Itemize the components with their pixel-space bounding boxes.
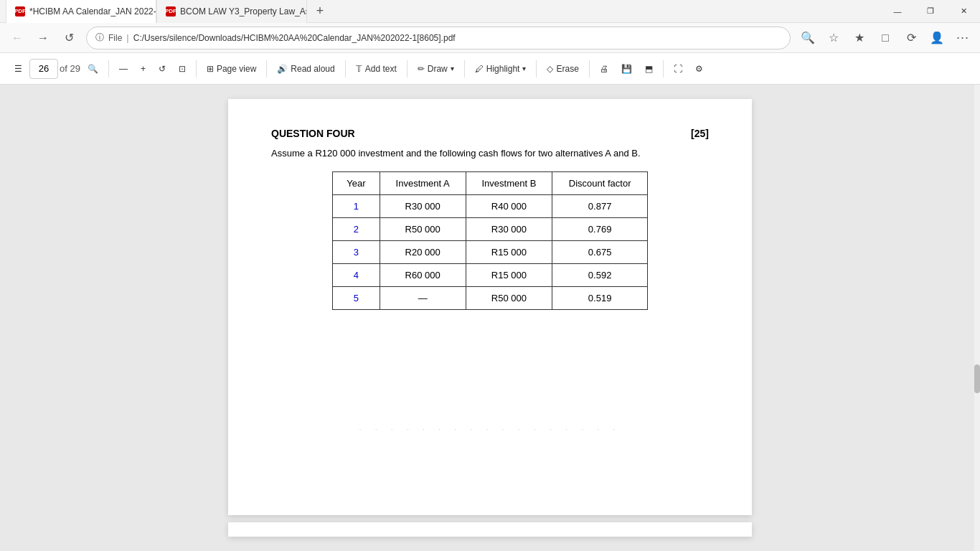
share-button[interactable]: ⬒ <box>639 57 659 80</box>
draw-button[interactable]: ✏ Draw ▾ <box>412 57 460 80</box>
highlight-label: Highlight <box>486 64 520 74</box>
profile-btn[interactable]: 👤 <box>925 27 948 50</box>
tab2-label: BCOM LAW Y3_Property Law_As <box>180 6 307 17</box>
draw-chevron-icon: ▾ <box>451 65 454 72</box>
minus-icon: — <box>119 64 128 74</box>
separator-3 <box>266 60 267 77</box>
save-button[interactable]: 💾 <box>616 57 638 80</box>
tab1-favicon: PDF <box>15 6 25 17</box>
url-separator: | <box>126 32 128 43</box>
separator-7 <box>536 60 537 77</box>
row5-inv-b: R50 000 <box>466 287 552 310</box>
row3-inv-a: R20 000 <box>380 241 466 264</box>
fit-button[interactable]: ⊡ <box>173 57 192 80</box>
col-inv-b: Investment B <box>466 172 552 195</box>
highlight-chevron-icon: ▾ <box>522 65 526 72</box>
tab-1[interactable]: PDF *HCIBM AA Calendar_JAN 2022- ✕ <box>6 0 156 23</box>
row4-inv-b: R15 000 <box>466 264 552 287</box>
plus-icon: + <box>141 64 146 74</box>
erase-icon: ◇ <box>547 64 553 74</box>
address-bar-actions: 🔍 ☆ ★ □ ⟳ 👤 ··· <box>796 27 974 50</box>
tab-bar: PDF *HCIBM AA Calendar_JAN 2022- ✕ PDF B… <box>0 0 881 23</box>
hamburger-icon: ☰ <box>14 64 22 74</box>
separator-1 <box>108 60 109 77</box>
history-btn[interactable]: ⟳ <box>900 27 923 50</box>
settings-icon: ⚙ <box>695 64 703 74</box>
row4-discount: 0.592 <box>552 264 648 287</box>
tab-2[interactable]: PDF BCOM LAW Y3_Property Law_As ✕ <box>156 0 307 23</box>
page-view-button[interactable]: ⊞ Page view <box>201 57 262 80</box>
collections-btn[interactable]: □ <box>874 27 897 50</box>
search-in-pdf-button[interactable]: 🔍 <box>82 57 104 80</box>
search-icon-btn[interactable]: 🔍 <box>796 27 819 50</box>
tab1-label: *HCIBM AA Calendar_JAN 2022- <box>29 6 156 17</box>
pdf-toolbar: ☰ of 29 🔍 — + ↺ ⊡ ⊞ Page view 🔊 Read alo… <box>0 53 980 85</box>
zoom-in-button[interactable]: + <box>135 57 151 80</box>
separator-2 <box>196 60 197 77</box>
address-bar: ← → ↺ ⓘ File | C:/Users/silence/Download… <box>0 23 980 53</box>
print-button[interactable]: 🖨 <box>594 57 614 80</box>
new-tab-button[interactable]: + <box>310 1 330 22</box>
highlight-button[interactable]: 🖊 Highlight ▾ <box>469 57 532 80</box>
row3-discount: 0.675 <box>552 241 648 264</box>
row2-inv-b: R30 000 <box>466 218 552 241</box>
menu-button[interactable]: ☰ <box>9 57 28 80</box>
address-input[interactable]: ⓘ File | C:/Users/silence/Downloads/HCIB… <box>86 27 791 50</box>
rotate-icon: ↺ <box>159 64 166 74</box>
row3-inv-b: R15 000 <box>466 241 552 264</box>
print-icon: 🖨 <box>600 64 608 74</box>
row1-year: 1 <box>333 195 380 218</box>
separator-4 <box>345 60 346 77</box>
refresh-button[interactable]: ↺ <box>57 27 80 50</box>
page-view-label: Page view <box>217 64 256 74</box>
question-intro: Assume a R120 000 investment and the fol… <box>271 148 709 159</box>
file-label: File <box>108 33 122 43</box>
tab2-favicon: PDF <box>166 6 176 17</box>
url-text: C:/Users/silence/Downloads/HCIBM%20AA%20… <box>133 33 456 43</box>
page-total: of 29 <box>60 63 80 74</box>
fullscreen-button[interactable]: ⛶ <box>668 57 688 80</box>
draw-icon: ✏ <box>418 64 425 74</box>
read-aloud-button[interactable]: 🔊 Read aloud <box>271 57 340 80</box>
row5-year: 5 <box>333 287 380 310</box>
settings-button[interactable]: ⚙ <box>689 57 709 80</box>
restore-button[interactable]: ❐ <box>914 0 947 23</box>
fav-star-btn[interactable]: ★ <box>848 27 871 50</box>
scrollbar-thumb[interactable] <box>974 364 980 393</box>
erase-button[interactable]: ◇ Erase <box>541 57 584 80</box>
draw-label: Draw <box>428 64 448 74</box>
forward-button[interactable]: → <box>32 27 55 50</box>
add-text-button[interactable]: 𝕋 Add text <box>350 57 402 80</box>
add-text-label: Add text <box>365 64 397 74</box>
rotate-button[interactable]: ↺ <box>153 57 171 80</box>
separator-6 <box>464 60 465 77</box>
row2-discount: 0.769 <box>552 218 648 241</box>
row3-year: 3 <box>333 241 380 264</box>
content-area: QUESTION FOUR [25] Assume a R120 000 inv… <box>0 85 980 551</box>
col-inv-a: Investment A <box>380 172 466 195</box>
row5-inv-a: — <box>380 287 466 310</box>
read-aloud-icon: 🔊 <box>277 64 288 74</box>
more-btn[interactable]: ··· <box>951 27 974 50</box>
close-button[interactable]: ✕ <box>947 0 980 23</box>
table-row: 1 R30 000 R40 000 0.877 <box>333 195 648 218</box>
back-button[interactable]: ← <box>6 27 29 50</box>
zoom-out-button[interactable]: — <box>113 57 133 80</box>
titlebar: PDF *HCIBM AA Calendar_JAN 2022- ✕ PDF B… <box>0 0 980 23</box>
pdf-page: QUESTION FOUR [25] Assume a R120 000 inv… <box>228 99 752 515</box>
share-icon: ⬒ <box>645 64 653 74</box>
table-row: 3 R20 000 R15 000 0.675 <box>333 241 648 264</box>
row4-year: 4 <box>333 264 380 287</box>
col-discount: Discount factor <box>552 172 648 195</box>
favorites-icon-btn[interactable]: ☆ <box>822 27 845 50</box>
question-title: QUESTION FOUR <box>271 128 355 139</box>
table-row: 5 — R50 000 0.519 <box>333 287 648 310</box>
separator-8 <box>589 60 590 77</box>
row1-inv-a: R30 000 <box>380 195 466 218</box>
page-view-icon: ⊞ <box>207 64 214 74</box>
minimize-button[interactable]: — <box>881 0 914 23</box>
table-row: 4 R60 000 R15 000 0.592 <box>333 264 648 287</box>
page-input[interactable] <box>29 59 58 79</box>
save-icon: 💾 <box>621 64 632 74</box>
window-controls: — ❐ ✕ <box>881 0 980 23</box>
